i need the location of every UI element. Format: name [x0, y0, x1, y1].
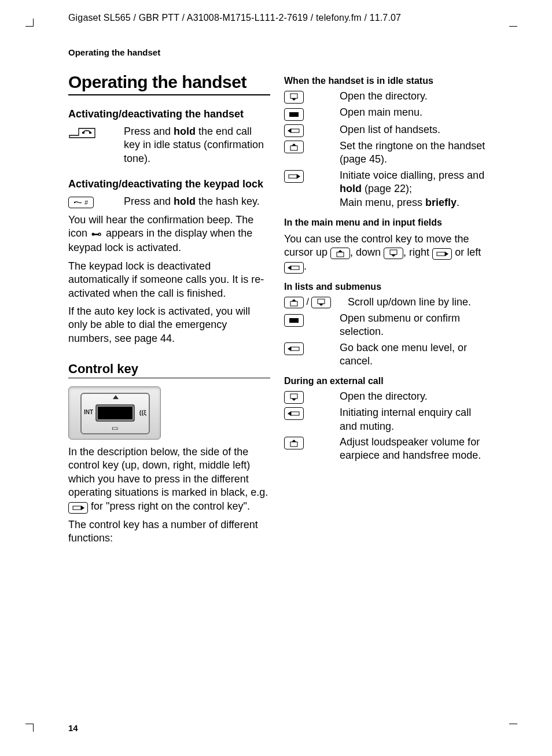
section-keypad-lock: Activating/deactivating the keypad lock [68, 178, 270, 190]
control-key-up-down-icons: / [284, 296, 340, 309]
section-activating-handset: Activating/deactivating the handset [68, 108, 270, 120]
call-open-directory: Open the directory. [340, 390, 486, 404]
call-volume: Adjust loudspeaker volume for earpiece a… [340, 436, 486, 463]
main-menu-cursor-text: You can use the control key to move the … [284, 233, 486, 274]
left-column: Operating the handset Activating/deactiv… [68, 68, 270, 550]
svg-marker-20 [391, 255, 396, 257]
svg-rect-1 [89, 132, 91, 134]
control-key-left-icon [284, 124, 304, 137]
svg-rect-31 [290, 394, 297, 399]
main-menu-heading: In the main menu and in input fields [284, 217, 486, 228]
end-call-key-desc: Press and hold the end call key in idle … [124, 125, 270, 165]
svg-marker-10 [292, 98, 296, 101]
hash-key-desc: Press and hold the hash key. [124, 195, 270, 208]
svg-rect-19 [390, 250, 397, 255]
svg-rect-24 [291, 266, 299, 270]
svg-marker-28 [319, 304, 323, 306]
page-number: 14 [68, 723, 78, 733]
idle-voice-dial: Initiate voice dialling, press and hold … [340, 169, 486, 209]
hash-key-icon: # [68, 195, 116, 208]
control-key-left-icon [284, 407, 304, 420]
control-key-left-icon [284, 262, 304, 274]
svg-text:#: # [84, 199, 89, 206]
svg-rect-0 [82, 132, 84, 134]
right-column: When the handset is in idle status Open … [284, 68, 486, 550]
svg-marker-29 [288, 346, 291, 351]
svg-point-6 [98, 233, 101, 235]
crop-mark [25, 724, 34, 732]
svg-marker-35 [292, 440, 296, 442]
idle-open-main-menu: Open main menu. [340, 106, 486, 121]
control-key-down-icon [284, 391, 304, 404]
call-enquiry: Initiating internal enquiry call and mut… [340, 406, 486, 433]
control-key-right-icon [284, 170, 304, 183]
keypad-lock-beep-text: You will hear the confirmation beep. The… [68, 213, 270, 255]
control-key-illustration: INT ((ξ ▭ [68, 386, 161, 440]
control-key-down-icon [284, 91, 304, 104]
svg-marker-33 [288, 411, 291, 416]
svg-marker-32 [292, 399, 296, 401]
svg-marker-13 [292, 143, 296, 146]
svg-rect-21 [437, 252, 445, 256]
control-key-right-icon [432, 248, 452, 260]
idle-status-heading: When the handset is in idle status [284, 76, 486, 86]
svg-marker-22 [445, 252, 448, 256]
control-key-functions-intro: The control key has a number of differen… [68, 518, 270, 545]
idle-set-ringtone: Set the ringtone on the handset (page 45… [340, 139, 486, 167]
svg-rect-9 [290, 94, 297, 98]
control-key-desc: In the description below, the side of th… [68, 445, 270, 514]
lists-scroll: Scroll up/down line by line. [348, 296, 486, 309]
control-key-up-icon [284, 141, 304, 153]
keypad-lock-auto-text: The keypad lock is deactivated automatic… [68, 260, 270, 300]
svg-marker-17 [338, 250, 343, 252]
control-key-center-icon [284, 108, 304, 121]
control-key-left-icon [284, 342, 304, 355]
svg-rect-34 [291, 412, 299, 415]
idle-open-handsets: Open list of handsets. [340, 123, 486, 137]
svg-point-4 [92, 233, 95, 235]
keypad-lock-icon [91, 228, 102, 241]
svg-rect-15 [289, 175, 297, 178]
document-path-header: Gigaset SL565 / GBR PTT / A31008-M1715-L… [45, 13, 509, 27]
svg-marker-8 [81, 506, 84, 510]
page-title: Operating the handset [68, 72, 270, 95]
idle-open-directory: Open the directory. [340, 90, 486, 104]
control-key-center-icon [284, 314, 304, 327]
svg-rect-14 [290, 146, 297, 150]
control-key-up-icon [330, 248, 350, 259]
end-call-key-icon [68, 125, 116, 165]
lists-heading: In lists and submenus [284, 282, 486, 292]
running-head: Operating the handset [45, 27, 509, 57]
svg-rect-27 [318, 299, 325, 304]
svg-rect-18 [337, 252, 344, 257]
control-key-right-icon [68, 502, 88, 514]
keypad-lock-emergency-text: If the auto key lock is activated, you w… [68, 305, 270, 345]
svg-marker-25 [292, 299, 296, 301]
control-key-down-icon [384, 248, 403, 259]
crop-mark [25, 19, 34, 27]
svg-rect-36 [290, 442, 297, 447]
lists-open-submenu: Open submenu or confirm selection. [340, 312, 486, 339]
svg-rect-26 [290, 301, 297, 306]
svg-rect-12 [291, 129, 299, 132]
crop-mark [509, 724, 517, 732]
control-key-up-icon [284, 437, 304, 449]
svg-rect-30 [291, 347, 299, 351]
svg-marker-16 [297, 174, 300, 179]
svg-marker-23 [288, 265, 291, 270]
section-control-key: Control key [68, 362, 270, 378]
crop-mark [509, 19, 517, 27]
external-call-heading: During an external call [284, 376, 486, 386]
svg-rect-7 [73, 506, 81, 510]
lists-go-back: Go back one menu level, or cancel. [340, 341, 486, 368]
svg-marker-11 [288, 128, 291, 133]
